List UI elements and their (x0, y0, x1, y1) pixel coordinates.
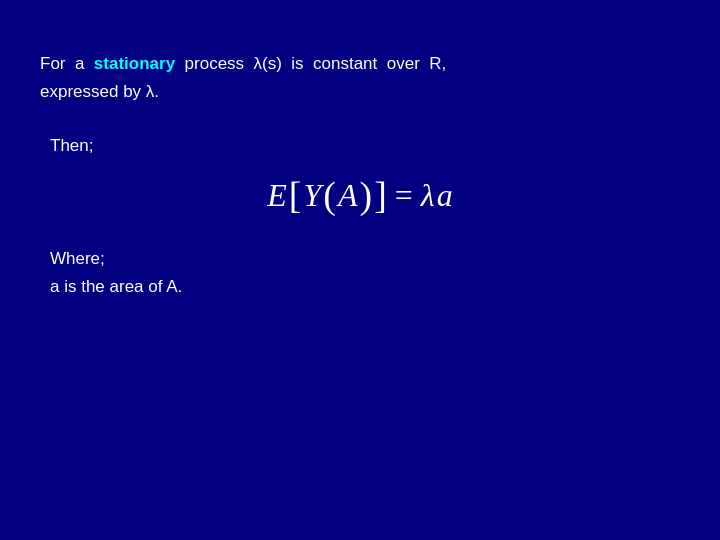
formula-open-paren: ( (323, 176, 336, 214)
formula-close-paren: ) (359, 176, 372, 214)
intro-line2: expressed by λ. (40, 82, 159, 101)
intro-text: For a stationary process λ(s) is constan… (40, 50, 680, 106)
formula-open-bracket: [ (289, 176, 302, 214)
stationary-word: stationary (94, 54, 175, 73)
intro-line1: For a stationary process λ(s) is constan… (40, 54, 446, 73)
math-formula: E [ Y ( A ) ] = λ a (267, 176, 452, 214)
formula-close-bracket: ] (374, 176, 387, 214)
formula-a: a (437, 177, 453, 214)
formula-Y: Y (303, 177, 321, 214)
formula-container: E [ Y ( A ) ] = λ a (40, 176, 680, 214)
slide-container: For a stationary process λ(s) is constan… (0, 0, 720, 540)
formula-A: A (338, 177, 358, 214)
area-note: a is the area of A. (40, 277, 680, 297)
formula-E: E (267, 177, 287, 214)
where-label: Where; (40, 249, 680, 269)
formula-equals: = (395, 177, 413, 214)
then-label: Then; (40, 136, 680, 156)
formula-lambda: λ (421, 177, 435, 214)
